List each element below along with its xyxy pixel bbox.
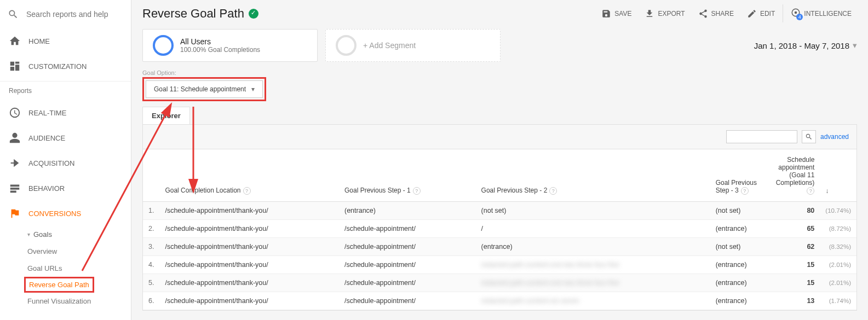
- cell-step3: (entrance): [710, 256, 771, 274]
- segment-all-users[interactable]: All Users 100.00% Goal Completions: [142, 29, 318, 62]
- table-search-button[interactable]: [802, 130, 816, 143]
- cell-step2: /: [476, 220, 710, 238]
- cell-location: /schedule-appointment/thank-you/: [159, 292, 339, 310]
- cell-step2: (not set): [476, 202, 710, 220]
- table-row[interactable]: 3./schedule-appointment/thank-you//sched…: [143, 238, 856, 256]
- help-icon[interactable]: ?: [243, 187, 251, 195]
- clock-icon: [9, 107, 21, 119]
- verified-badge-icon: [249, 9, 258, 19]
- dashboard-icon: [9, 60, 21, 72]
- cell-step1: /schedule-appointment/: [339, 220, 476, 238]
- cell-value: 13: [771, 292, 820, 310]
- nav-conversions[interactable]: CONVERSIONS: [0, 201, 131, 226]
- sub-goal-urls[interactable]: Goal URLs: [0, 260, 131, 277]
- sort-arrow-down-icon[interactable]: ↓: [825, 187, 829, 195]
- table-row[interactable]: 4./schedule-appointment/thank-you//sched…: [143, 256, 856, 274]
- export-icon: [645, 9, 654, 19]
- cell-location: /schedule-appointment/thank-you/: [159, 202, 339, 220]
- cell-step2: redacted-path-content-six-seven: [476, 292, 710, 310]
- table-row[interactable]: 1./schedule-appointment/thank-you/(entra…: [143, 202, 856, 220]
- nav-behavior[interactable]: BEHAVIOR: [0, 176, 131, 201]
- help-icon[interactable]: ?: [413, 187, 421, 195]
- intelligence-icon: [791, 8, 801, 19]
- cell-pct: (1.74%): [820, 292, 856, 310]
- cell-step1: /schedule-appointment/: [339, 256, 476, 274]
- edit-icon: [747, 9, 757, 19]
- cell-location: /schedule-appointment/thank-you/: [159, 274, 339, 292]
- person-icon: [9, 132, 21, 144]
- cell-value: 80: [771, 202, 820, 220]
- add-segment-button[interactable]: + Add Segment: [325, 29, 501, 62]
- col-completions[interactable]: Schedule appointment (Goal 11 Completion…: [771, 149, 820, 202]
- explorer-pane: advanced Goal Completion Location? Goal …: [142, 124, 857, 311]
- chevron-down-icon: ▾: [251, 85, 255, 93]
- nav-home[interactable]: HOME: [0, 28, 131, 54]
- search-input[interactable]: [26, 10, 123, 19]
- add-segment-circle-icon: [336, 35, 357, 56]
- nav-realtime[interactable]: REAL-TIME: [0, 100, 131, 125]
- nav-realtime-label: REAL-TIME: [28, 109, 66, 117]
- row-index: 6.: [143, 292, 159, 310]
- export-button[interactable]: EXPORT: [639, 5, 690, 22]
- save-button[interactable]: SAVE: [596, 5, 637, 22]
- share-button[interactable]: SHARE: [693, 5, 739, 22]
- col-step2[interactable]: Goal Previous Step - 2?: [476, 149, 710, 202]
- col-step3[interactable]: Goal Previous Step - 3?: [710, 149, 771, 202]
- cell-location: /schedule-appointment/thank-you/: [159, 256, 339, 274]
- nav-acquisition-label: ACQUISITION: [28, 159, 75, 167]
- col-location[interactable]: Goal Completion Location?: [159, 149, 339, 202]
- goal-option-value: Goal 11: Schedule appointment: [154, 85, 246, 93]
- nav-customization-label: CUSTOMIZATION: [28, 62, 87, 71]
- title-actions: SAVE EXPORT SHARE EDIT INTELLIGENCE: [596, 4, 857, 22]
- segments-row: All Users 100.00% Goal Completions + Add…: [131, 27, 868, 67]
- advanced-link[interactable]: advanced: [820, 133, 849, 141]
- cell-location: /schedule-appointment/thank-you/: [159, 238, 339, 256]
- cell-value: 15: [771, 256, 820, 274]
- cell-location: /schedule-appointment/thank-you/: [159, 220, 339, 238]
- table-row[interactable]: 6./schedule-appointment/thank-you//sched…: [143, 292, 856, 310]
- col-step1[interactable]: Goal Previous Step - 1?: [339, 149, 476, 202]
- row-index: 3.: [143, 238, 159, 256]
- table-row[interactable]: 5./schedule-appointment/thank-you//sched…: [143, 274, 856, 292]
- cell-pct: (8.72%): [820, 220, 856, 238]
- acquisition-icon: [9, 157, 21, 169]
- add-segment-label: + Add Segment: [363, 41, 416, 50]
- segment-circle-icon: [153, 35, 174, 56]
- nav-conversions-label: CONVERSIONS: [28, 210, 81, 218]
- intelligence-button[interactable]: INTELLIGENCE: [783, 4, 857, 22]
- nav-audience[interactable]: AUDIENCE: [0, 125, 131, 150]
- goal-option-dropdown[interactable]: Goal 11: Schedule appointment ▾: [146, 80, 263, 98]
- sub-reverse-goal-path[interactable]: Reverse Goal Path: [29, 281, 89, 289]
- date-range-picker[interactable]: Jan 1, 2018 - May 7, 2018 ▾: [754, 40, 857, 50]
- sub-overview[interactable]: Overview: [0, 243, 131, 260]
- sub-goals[interactable]: Goals: [0, 226, 131, 243]
- cell-step3: (not set): [710, 238, 771, 256]
- table-row[interactable]: 2./schedule-appointment/thank-you//sched…: [143, 220, 856, 238]
- edit-button[interactable]: EDIT: [741, 5, 780, 22]
- sidebar-search[interactable]: [0, 0, 131, 28]
- row-index: 5.: [143, 274, 159, 292]
- cell-step3: (entrance): [710, 220, 771, 238]
- cell-pct: (10.74%): [820, 202, 856, 220]
- data-table: Goal Completion Location? Goal Previous …: [143, 149, 856, 310]
- help-icon[interactable]: ?: [807, 187, 814, 195]
- cell-value: 15: [771, 274, 820, 292]
- cell-pct: (2.01%): [820, 274, 856, 292]
- reports-section-label: Reports: [0, 82, 131, 100]
- tab-explorer[interactable]: Explorer: [142, 107, 190, 124]
- sub-funnel-visualization[interactable]: Funnel Visualization: [0, 293, 131, 310]
- nav-acquisition[interactable]: ACQUISITION: [0, 150, 131, 176]
- segment-subtitle: 100.00% Goal Completions: [180, 46, 260, 54]
- cell-step2: redacted-path-content-one-two-three four…: [476, 274, 710, 292]
- cell-step1: /schedule-appointment/: [339, 292, 476, 310]
- nav-customization[interactable]: CUSTOMIZATION: [0, 54, 131, 79]
- home-icon: [9, 35, 21, 47]
- date-range-label: Jan 1, 2018 - May 7, 2018: [754, 41, 849, 50]
- cell-value: 65: [771, 220, 820, 238]
- cell-step2: redacted-path-content-one-two-three four…: [476, 256, 710, 274]
- help-icon[interactable]: ?: [741, 187, 749, 195]
- table-search-input[interactable]: [726, 130, 797, 143]
- row-index: 1.: [143, 202, 159, 220]
- help-icon[interactable]: ?: [549, 187, 557, 195]
- tabs: Explorer: [131, 107, 868, 124]
